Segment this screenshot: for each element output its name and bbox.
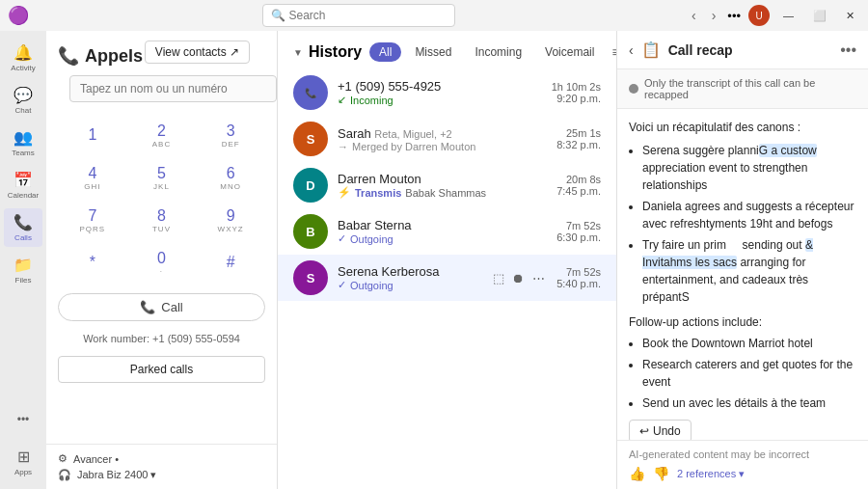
action-record[interactable]: ⏺ xyxy=(510,269,527,287)
recap-followup-bullets: Book the Downtown Marriot hotel Research… xyxy=(629,335,856,412)
ai-disclaimer: AI-generated content may be incorrect xyxy=(629,448,856,460)
recap-intro: Voici un récapitulatif des canons : xyxy=(629,119,856,136)
calls-panel: 📞 Appels View contacts ↗ 1 2ABC 3DEF 4GH… xyxy=(46,31,278,489)
maximize-button[interactable]: ⬜ xyxy=(807,8,832,24)
history-meta: 25m 1s 8:32 p.m. xyxy=(556,127,601,150)
dial-input[interactable] xyxy=(69,75,277,102)
more-apps-icon: ••• xyxy=(17,413,30,426)
history-title: ▼ History xyxy=(293,43,362,61)
work-number: Work number: +1 (509) 555-0594 xyxy=(46,329,277,348)
dial-key-6[interactable]: 6MNO xyxy=(203,158,258,197)
recap-followup-bullet: Research caterers and get quotes for the… xyxy=(642,356,856,391)
more-menu-icon[interactable]: ••• xyxy=(727,9,741,23)
search-input[interactable] xyxy=(289,9,444,22)
title-bar-center: 🔍 xyxy=(29,4,688,27)
dial-key-8[interactable]: 8TUV xyxy=(134,201,188,239)
filter-tab-all[interactable]: All xyxy=(369,42,401,62)
sidebar-item-more[interactable]: ••• xyxy=(4,400,42,439)
filter-tab-missed[interactable]: Missed xyxy=(405,42,461,62)
dial-key-5[interactable]: 5JKL xyxy=(134,158,188,197)
action-more[interactable]: ⋯ xyxy=(530,269,547,287)
sidebar-item-teams[interactable]: 👥 Teams xyxy=(4,123,42,162)
history-info: Sarah Reta, Miguel, +2 → Merged by Darre… xyxy=(338,126,547,152)
dial-key-1[interactable]: 1 xyxy=(66,116,120,154)
dial-key-4[interactable]: 4GHI xyxy=(66,158,120,197)
avancer-icon: ⚙ xyxy=(58,452,68,465)
view-contacts-button[interactable]: View contacts ↗ xyxy=(145,41,250,64)
recap-notice-text: Only the transcript of this call can be … xyxy=(644,77,856,100)
history-item[interactable]: 📞 +1 (509) 555-4925 ↙ Incoming 1h 10m 2s… xyxy=(278,69,616,116)
undo-icon: ↩ xyxy=(639,424,649,438)
undo-label: Undo xyxy=(653,424,681,438)
thumbs-up-button[interactable]: 👍 xyxy=(629,466,645,481)
calls-panel-title: Appels xyxy=(85,46,143,67)
filter-tab-incoming[interactable]: Incoming xyxy=(465,42,531,62)
dial-key-2[interactable]: 2ABC xyxy=(134,116,188,154)
calls-footer: ⚙ Avancer • 🎧 Jabra Biz 2400 ▾ xyxy=(46,444,277,489)
sidebar-item-apps[interactable]: ⊞ Apps xyxy=(4,443,42,481)
dialpad: 1 2ABC 3DEF 4GHI 5JKL 6MNO 7PQRS 8TUV 9W… xyxy=(46,116,277,285)
sidebar-item-files[interactable]: 📁 Files xyxy=(4,251,42,289)
references-link[interactable]: 2 references ▾ xyxy=(677,468,745,480)
action-screen-share[interactable]: ⬚ xyxy=(491,269,506,287)
avatar: S xyxy=(293,260,328,295)
title-bar-right: ‹ › ••• U — ⬜ ✕ xyxy=(688,5,860,26)
history-item[interactable]: S Sarah Reta, Miguel, +2 → Merged by Dar… xyxy=(278,116,616,162)
parked-calls-button[interactable]: Parked calls xyxy=(58,356,265,383)
back-button[interactable]: ‹ xyxy=(688,6,700,25)
forward-button[interactable]: › xyxy=(708,6,720,25)
dialpad-row-4: * 0· # xyxy=(58,243,265,282)
files-icon: 📁 xyxy=(14,256,33,274)
recap-bullet: Daniela agrees and suggests a récepteur … xyxy=(642,198,856,232)
dial-key-0[interactable]: 0· xyxy=(134,243,188,282)
call-direction-icon: ↙ xyxy=(338,94,346,106)
history-item[interactable]: D Darren Mouton ⚡ Transmis Babak Shammas… xyxy=(278,162,616,208)
avatar: S xyxy=(293,122,328,156)
sidebar-item-activity[interactable]: 🔔 Activity xyxy=(4,39,42,77)
dial-key-hash[interactable]: # xyxy=(203,243,258,282)
footer-device[interactable]: 🎧 Jabra Biz 2400 ▾ xyxy=(58,469,265,481)
call-button[interactable]: 📞 Call xyxy=(58,293,265,321)
phone-icon: 📞 xyxy=(140,300,155,314)
dial-key-9[interactable]: 9WXYZ xyxy=(203,201,258,239)
dial-key-star[interactable]: * xyxy=(66,243,120,282)
close-button[interactable]: ✕ xyxy=(840,8,860,24)
history-item[interactable]: S Serena Kerberosa ✓ Outgoing ⬚ ⏺ ⋯ 7m 5… xyxy=(278,255,616,301)
history-panel: ▼ History All Missed Incoming Voicemail … xyxy=(278,31,617,489)
thumbs-down-button[interactable]: 👎 xyxy=(653,466,669,481)
avancer-label: Avancer • xyxy=(73,453,119,465)
history-name: Sarah Reta, Miguel, +2 xyxy=(338,126,547,141)
footer-avancer[interactable]: ⚙ Avancer • xyxy=(58,452,265,465)
undo-button[interactable]: ↩ Undo xyxy=(629,420,692,440)
search-icon: 🔍 xyxy=(271,9,285,22)
recap-notice: Only the transcript of this call can be … xyxy=(617,69,868,109)
recap-more-button[interactable]: ••• xyxy=(840,41,856,59)
merge-icon: → xyxy=(338,141,348,152)
recap-panel: ‹ 📋 Call recap ••• Only the transcript o… xyxy=(617,31,868,489)
user-avatar[interactable]: U xyxy=(748,5,770,26)
sidebar-item-chat[interactable]: 💬 Chat xyxy=(4,81,42,120)
history-meta: 7m 52s 6:30 p.m. xyxy=(556,220,601,243)
sidebar-item-calendar[interactable]: 📅 Calendar xyxy=(4,166,42,204)
activity-icon: 🔔 xyxy=(14,43,33,62)
history-info: Darren Mouton ⚡ Transmis Babak Shammas xyxy=(338,172,547,199)
history-type: → Merged by Darren Mouton xyxy=(338,141,547,152)
dialpad-row-3: 7PQRS 8TUV 9WXYZ xyxy=(58,201,265,239)
sidebar-item-calls[interactable]: 📞 Calls xyxy=(4,208,42,247)
avatar: D xyxy=(293,168,328,203)
history-header: ▼ History All Missed Incoming Voicemail … xyxy=(278,31,616,62)
minimize-button[interactable]: — xyxy=(777,8,800,23)
dial-key-7[interactable]: 7PQRS xyxy=(66,201,120,239)
recap-back-button[interactable]: ‹ xyxy=(629,42,634,58)
filter-tab-voicemail[interactable]: Voicemail xyxy=(535,42,604,62)
history-item[interactable]: B Babar Sterna ✓ Outgoing 7m 52s 6:30 p.… xyxy=(278,208,616,255)
dial-key-3[interactable]: 3DEF xyxy=(203,116,258,154)
teams-logo-icon: 🟣 xyxy=(8,5,29,26)
recap-panel-icon: 📋 xyxy=(641,41,661,59)
history-type: ↙ Incoming xyxy=(338,94,542,106)
apps-icon: ⊞ xyxy=(17,448,30,466)
recap-title: Call recap xyxy=(668,42,733,58)
history-info: +1 (509) 555-4925 ↙ Incoming xyxy=(338,79,542,106)
sidebar: 🔔 Activity 💬 Chat 👥 Teams 📅 Calendar 📞 C… xyxy=(0,31,46,489)
search-box[interactable]: 🔍 xyxy=(262,4,455,27)
